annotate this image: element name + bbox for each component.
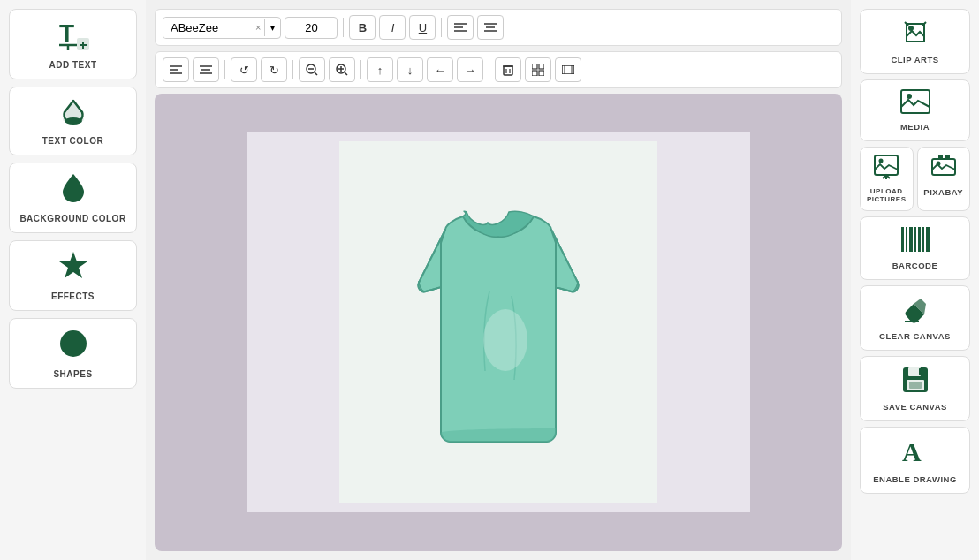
effects-button[interactable]: EFFECTS xyxy=(9,240,137,311)
upload-pictures-icon xyxy=(874,155,899,183)
upload-pixabay-row: UPLOADPICTURES PIXABAY xyxy=(860,147,970,211)
font-dropdown-button[interactable]: ▾ xyxy=(264,19,280,36)
svg-point-43 xyxy=(907,94,912,99)
svg-point-45 xyxy=(879,159,884,163)
clear-canvas-icon xyxy=(901,295,930,327)
enable-drawing-button[interactable]: A ENABLE DRAWING xyxy=(860,427,970,494)
background-color-label: BACKGROUND COLOR xyxy=(19,214,125,223)
move-left-button[interactable]: ← xyxy=(427,57,453,82)
separator-4 xyxy=(292,60,293,79)
separator-2 xyxy=(441,18,442,37)
font-size-input[interactable] xyxy=(285,17,338,39)
enable-drawing-label: ENABLE DRAWING xyxy=(873,474,957,484)
shirt-image xyxy=(375,172,622,473)
separator-3 xyxy=(224,60,225,79)
right-sidebar: CLIP ARTS MEDIA UPLOADPICTURES xyxy=(851,0,979,560)
clip-arts-button[interactable]: CLIP ARTS xyxy=(860,9,970,74)
font-select-wrap: × ▾ xyxy=(163,17,281,39)
text-color-button[interactable]: TEXT COLOR xyxy=(9,87,137,155)
shapes-icon xyxy=(57,328,89,364)
move-up-button[interactable]: ↑ xyxy=(367,57,393,82)
pixabay-label: PIXABAY xyxy=(923,187,963,197)
svg-point-41 xyxy=(908,26,914,31)
upload-pictures-label: UPLOADPICTURES xyxy=(867,187,906,203)
undo-button[interactable]: ↺ xyxy=(231,57,257,82)
svg-rect-28 xyxy=(504,66,512,75)
canvas-white xyxy=(339,141,657,503)
zoom-out-button[interactable] xyxy=(299,57,325,82)
barcode-icon xyxy=(900,226,930,256)
crop-button[interactable] xyxy=(555,57,581,82)
svg-line-23 xyxy=(315,72,317,75)
save-canvas-button[interactable]: SAVE CANVAS xyxy=(860,356,970,421)
align-left-button[interactable] xyxy=(447,15,474,40)
add-text-label: ADD TEXT xyxy=(49,60,97,70)
shapes-button[interactable]: SHAPES xyxy=(9,318,137,389)
svg-rect-34 xyxy=(539,64,544,69)
svg-rect-33 xyxy=(532,64,537,69)
enable-drawing-icon: A xyxy=(902,436,929,470)
barcode-label: BARCODE xyxy=(892,261,938,270)
svg-text:A: A xyxy=(902,437,922,466)
main-area: × ▾ B I U ↺ ↻ ↑ ↓ xyxy=(146,0,851,560)
media-label: MEDIA xyxy=(900,122,930,132)
align-center2-button[interactable] xyxy=(193,57,219,82)
effects-label: EFFECTS xyxy=(51,291,95,301)
save-canvas-label: SAVE CANVAS xyxy=(883,402,947,412)
separator-6 xyxy=(489,60,490,79)
media-icon xyxy=(900,89,930,117)
delete-button[interactable] xyxy=(495,57,521,82)
zoom-in-button[interactable] xyxy=(329,57,355,82)
svg-point-6 xyxy=(65,117,82,125)
save-canvas-icon xyxy=(901,366,930,397)
clear-canvas-label: CLEAR CANVAS xyxy=(879,331,951,341)
separator-5 xyxy=(360,60,361,79)
svg-rect-35 xyxy=(532,71,537,76)
svg-rect-52 xyxy=(906,227,907,252)
align-left2-button[interactable] xyxy=(163,57,189,82)
align-center-button[interactable] xyxy=(477,15,504,40)
italic-button[interactable]: I xyxy=(379,15,406,40)
svg-rect-51 xyxy=(901,227,904,252)
svg-rect-37 xyxy=(562,65,574,74)
toolbar-top: × ▾ B I U xyxy=(155,9,842,46)
underline-button[interactable]: U xyxy=(409,15,436,40)
svg-rect-36 xyxy=(539,71,544,76)
add-text-button[interactable]: T ADD TEXT xyxy=(9,9,137,79)
font-clear-button[interactable]: × xyxy=(252,19,264,36)
svg-marker-7 xyxy=(59,252,87,278)
move-down-button[interactable]: ↓ xyxy=(397,57,423,82)
svg-point-40 xyxy=(483,309,527,371)
svg-rect-49 xyxy=(938,155,943,160)
svg-rect-55 xyxy=(918,227,921,252)
pixabay-button[interactable]: PIXABAY xyxy=(917,147,971,211)
effects-icon xyxy=(57,250,89,286)
svg-rect-57 xyxy=(926,227,930,252)
grid-button[interactable] xyxy=(525,57,551,82)
separator-1 xyxy=(343,18,344,37)
svg-rect-60 xyxy=(908,367,921,376)
clear-canvas-button[interactable]: CLEAR CANVAS xyxy=(860,285,970,351)
svg-rect-50 xyxy=(945,155,950,160)
redo-button[interactable]: ↻ xyxy=(261,57,287,82)
barcode-button[interactable]: BARCODE xyxy=(860,216,970,280)
svg-line-27 xyxy=(345,72,347,75)
upload-pictures-button[interactable]: UPLOADPICTURES xyxy=(860,147,914,211)
left-sidebar: T ADD TEXT TEXT COLOR BACKGROUND xyxy=(0,0,146,560)
font-name-input[interactable] xyxy=(163,18,252,38)
toolbar-bottom: ↺ ↻ ↑ ↓ ← → xyxy=(155,51,842,88)
svg-point-8 xyxy=(60,330,87,357)
text-color-label: TEXT COLOR xyxy=(42,136,103,146)
background-color-button[interactable]: BACKGROUND COLOR xyxy=(9,163,137,233)
svg-rect-62 xyxy=(909,382,922,389)
add-text-icon: T xyxy=(57,19,89,55)
shapes-label: SHAPES xyxy=(53,369,92,379)
clip-arts-label: CLIP ARTS xyxy=(891,55,938,64)
svg-point-48 xyxy=(936,162,940,166)
media-button[interactable]: MEDIA xyxy=(860,79,970,141)
pixabay-icon xyxy=(931,155,956,183)
canvas-inner[interactable] xyxy=(247,132,750,512)
bold-button[interactable]: B xyxy=(349,15,376,40)
svg-rect-53 xyxy=(909,227,913,252)
move-right-button[interactable]: → xyxy=(457,57,483,82)
